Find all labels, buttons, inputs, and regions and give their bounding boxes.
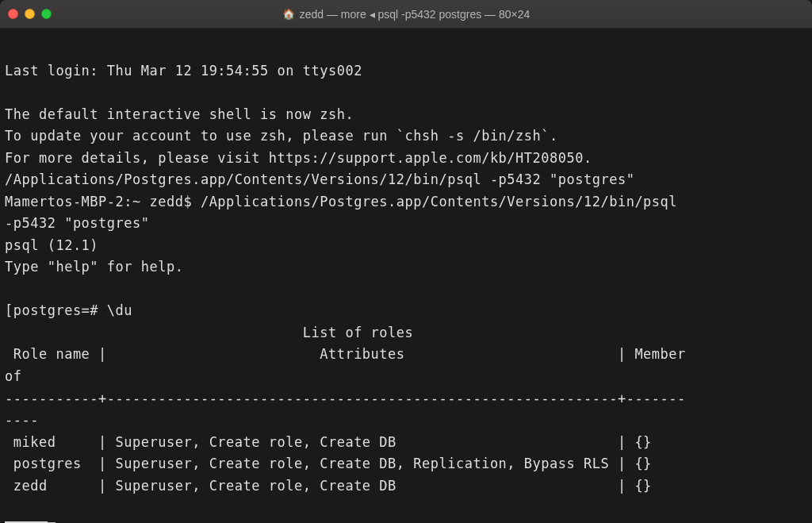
zsh-notice-line: The default interactive shell is now zsh…: [5, 106, 354, 122]
roles-table-header: Role name | Attributes | Member: [5, 346, 695, 362]
table-row: postgres | Superuser, Create role, Creat…: [5, 456, 652, 471]
zsh-notice-line: To update your account to use zsh, pleas…: [5, 128, 558, 144]
roles-table-header-wrap: of: [5, 368, 30, 384]
window-title: 🏠 zedd — more ◂ psql -p5432 postgres — 8…: [0, 8, 812, 21]
roles-table-divider-wrap: ----: [5, 412, 39, 428]
traffic-lights: [8, 9, 52, 19]
psql-version-line: psql (12.1): [5, 237, 98, 253]
window-title-text: zedd — more ◂ psql -p5432 postgres — 80×…: [300, 8, 530, 21]
last-login-line: Last login: Thu Mar 12 19:54:55 on ttys0…: [5, 63, 362, 79]
shell-prompt-line: Mamertos-MBP-2:~ zedd$ /Applications/Pos…: [5, 194, 686, 210]
zsh-notice-line: For more details, please visit https://s…: [5, 150, 592, 166]
roles-list-title: List of roles: [5, 325, 413, 340]
roles-table-divider: -----------+----------------------------…: [5, 390, 686, 406]
shell-prompt-continuation: -p5432 "postgres": [5, 215, 150, 231]
zoom-window-button[interactable]: [41, 9, 52, 19]
psql-prompt-line: [postgres=# \du: [5, 302, 132, 318]
table-row: zedd | Superuser, Create role, Create DB…: [5, 478, 652, 494]
minimize-window-button[interactable]: [25, 9, 35, 19]
close-window-button[interactable]: [8, 9, 18, 19]
terminal-output[interactable]: Last login: Thu Mar 12 19:54:55 on ttys0…: [0, 29, 812, 523]
home-icon: 🏠: [282, 8, 295, 20]
table-row: miked | Superuser, Create role, Create D…: [5, 434, 652, 450]
psql-help-line: Type "help" for help.: [5, 259, 183, 275]
command-echo-line: /Applications/Postgres.app/Contents/Vers…: [5, 171, 634, 187]
window-titlebar: 🏠 zedd — more ◂ psql -p5432 postgres — 8…: [0, 0, 812, 29]
